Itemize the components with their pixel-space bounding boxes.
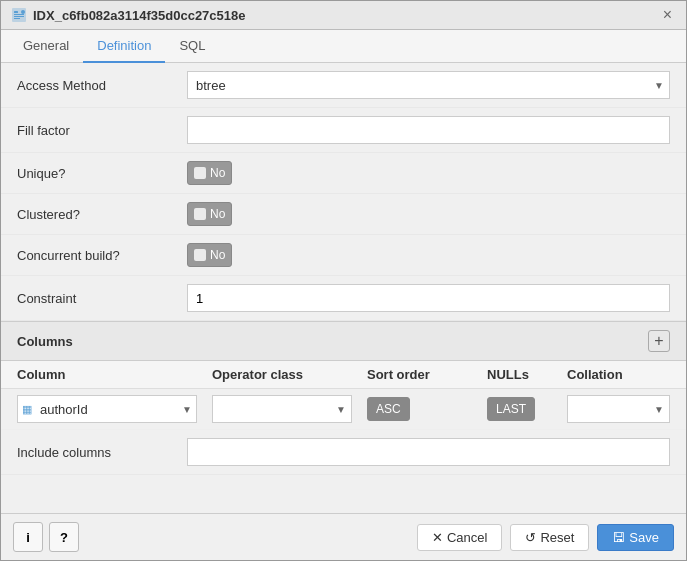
clustered-toggle[interactable]: No (187, 202, 232, 226)
operator-class-select[interactable] (212, 395, 352, 423)
unique-control: No (187, 161, 670, 185)
reset-button[interactable]: ↺ Reset (510, 524, 589, 551)
close-button[interactable]: × (659, 7, 676, 23)
title-bar-left: IDX_c6fb082a3114f35d0cc27c518e (11, 7, 246, 23)
fill-factor-control (187, 116, 670, 144)
clustered-row: Clustered? No (1, 194, 686, 235)
concurrent-build-toggle-label: No (210, 248, 225, 262)
info-button[interactable]: i (13, 522, 43, 552)
sort-order-cell: ASC (367, 397, 487, 421)
include-columns-label: Include columns (17, 445, 187, 460)
add-column-button[interactable]: + (648, 330, 670, 352)
constraint-control (187, 284, 670, 312)
save-label: Save (629, 530, 659, 545)
access-method-label: Access Method (17, 78, 187, 93)
nulls-cell: LAST (487, 397, 567, 421)
fill-factor-label: Fill factor (17, 123, 187, 138)
clustered-control: No (187, 202, 670, 226)
tabs: General Definition SQL (1, 30, 686, 63)
footer: i ? ✕ Cancel ↺ Reset 🖫 Save (1, 513, 686, 560)
reset-label: Reset (540, 530, 574, 545)
unique-row: Unique? No (1, 153, 686, 194)
cancel-icon: ✕ (432, 530, 443, 545)
nulls-label: LAST (496, 402, 526, 416)
unique-toggle-indicator (194, 167, 206, 179)
columns-title: Columns (17, 334, 73, 349)
clustered-toggle-label: No (210, 207, 225, 221)
column-field-icon: ▦ (18, 403, 36, 416)
svg-rect-3 (14, 16, 24, 17)
operator-class-cell: ▼ (212, 395, 367, 423)
footer-right: ✕ Cancel ↺ Reset 🖫 Save (417, 524, 674, 551)
col-header-operator: Operator class (212, 367, 367, 382)
constraint-row: Constraint (1, 276, 686, 321)
fill-factor-input[interactable] (187, 116, 670, 144)
title-bar: IDX_c6fb082a3114f35d0cc27c518e × (1, 1, 686, 30)
collation-select-wrapper: ▼ (567, 395, 670, 423)
clustered-label: Clustered? (17, 207, 187, 222)
save-icon: 🖫 (612, 530, 625, 545)
include-columns-row: Include columns (1, 430, 686, 475)
collation-cell: ▼ (567, 395, 670, 423)
clustered-toggle-indicator (194, 208, 206, 220)
operator-select-wrapper: ▼ (212, 395, 352, 423)
form-section: Access Method btree hash gist gin spgist… (1, 63, 686, 321)
columns-table-header: Column Operator class Sort order NULLs C… (1, 361, 686, 389)
tab-general[interactable]: General (9, 30, 83, 63)
fill-factor-row: Fill factor (1, 108, 686, 153)
concurrent-build-toggle[interactable]: No (187, 243, 232, 267)
save-button[interactable]: 🖫 Save (597, 524, 674, 551)
include-columns-input[interactable] (187, 438, 670, 466)
sort-order-button[interactable]: ASC (367, 397, 410, 421)
unique-toggle-label: No (210, 166, 225, 180)
column-cell: ▦ authorId ▼ (17, 395, 212, 423)
constraint-label: Constraint (17, 291, 187, 306)
unique-label: Unique? (17, 166, 187, 181)
collation-select[interactable] (567, 395, 670, 423)
columns-header: Columns + (1, 321, 686, 361)
footer-left: i ? (13, 522, 79, 552)
help-label: ? (60, 530, 68, 545)
info-label: i (26, 530, 30, 545)
access-method-row: Access Method btree hash gist gin spgist… (1, 63, 686, 108)
access-method-select-wrapper: btree hash gist gin spgist brin ▼ (187, 71, 670, 99)
nulls-button[interactable]: LAST (487, 397, 535, 421)
svg-rect-4 (14, 18, 20, 19)
col-header-sort: Sort order (367, 367, 487, 382)
access-method-select[interactable]: btree hash gist gin spgist brin (187, 71, 670, 99)
include-columns-control (187, 438, 670, 466)
cancel-button[interactable]: ✕ Cancel (417, 524, 502, 551)
sort-order-label: ASC (376, 402, 401, 416)
dialog: IDX_c6fb082a3114f35d0cc27c518e × General… (0, 0, 687, 561)
col-header-collation: Collation (567, 367, 670, 382)
column-select-arrow-icon: ▼ (178, 404, 196, 415)
dialog-icon (11, 7, 27, 23)
tab-definition[interactable]: Definition (83, 30, 165, 63)
access-method-control: btree hash gist gin spgist brin ▼ (187, 71, 670, 99)
svg-rect-2 (14, 14, 24, 15)
table-row: ▦ authorId ▼ ▼ ASC (1, 389, 686, 430)
concurrent-build-control: No (187, 243, 670, 267)
content: Access Method btree hash gist gin spgist… (1, 63, 686, 513)
svg-point-5 (21, 10, 25, 14)
concurrent-build-indicator (194, 249, 206, 261)
help-button[interactable]: ? (49, 522, 79, 552)
cancel-label: Cancel (447, 530, 487, 545)
concurrent-build-row: Concurrent build? No (1, 235, 686, 276)
reset-icon: ↺ (525, 530, 536, 545)
unique-toggle[interactable]: No (187, 161, 232, 185)
col-header-column: Column (17, 367, 212, 382)
column-select[interactable]: authorId (36, 396, 178, 422)
constraint-input[interactable] (187, 284, 670, 312)
tab-sql[interactable]: SQL (165, 30, 219, 63)
column-select-wrapper: ▦ authorId ▼ (17, 395, 197, 423)
svg-rect-1 (14, 11, 18, 13)
col-header-nulls: NULLs (487, 367, 567, 382)
concurrent-build-label: Concurrent build? (17, 248, 187, 263)
dialog-title: IDX_c6fb082a3114f35d0cc27c518e (33, 8, 246, 23)
